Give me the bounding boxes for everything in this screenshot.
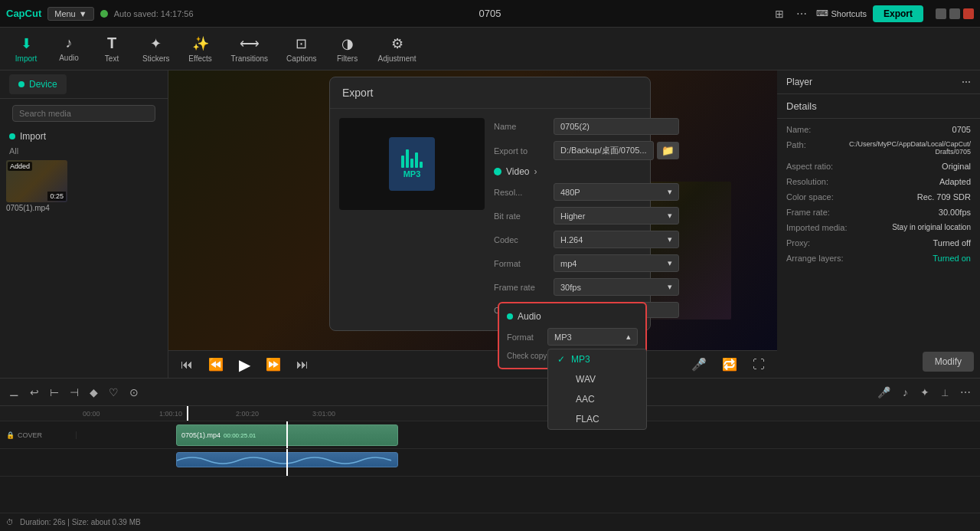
details-content: Name: 0705 Path: C:/Users/MyPC/AppData/L… — [777, 119, 980, 378]
track-content-audio[interactable] — [77, 449, 980, 476]
audio-icon: ♪ — [66, 35, 73, 51]
duration-info: Duration: 26s | Size: about 0.39 MB — [20, 518, 141, 526]
modal-preview-area: MP3 — [330, 109, 494, 330]
audio-format-select[interactable]: MP3 ▴ — [547, 328, 638, 346]
check-icon: ✓ — [557, 354, 565, 365]
framerate-select[interactable]: 30fps ▾ — [554, 278, 679, 296]
timeline-toolbar: ⚊ ↩ ⊢ ⊣ ◆ ♡ ⊙ 🎤 ♪ ✦ ⟂ ⋯ — [0, 379, 980, 406]
menu-button[interactable]: Menu ▼ — [47, 7, 93, 21]
dropdown-option-mp3[interactable]: ✓ MP3 — [548, 349, 646, 369]
import-indicator — [9, 133, 15, 139]
export-path-display: D:/Backup/桌面/0705... — [554, 141, 654, 160]
left-panel: Device Import All Added 0:25 0705(1).mp4 — [0, 70, 168, 378]
video-resolution-row: Resol... 480P ▾ — [494, 183, 679, 201]
bitrate-select[interactable]: Higher ▾ — [554, 207, 679, 225]
timeline-audio-button[interactable]: ♪ — [900, 385, 911, 400]
timeline-ruler: 00:00 1:00:10 2:00:20 3:01:00 — [0, 406, 980, 421]
track-content-video[interactable]: 0705(1).mp4 00:00:25.01 — [77, 421, 980, 448]
minimize-button[interactable] — [936, 8, 946, 19]
skip-forward-button[interactable]: ⏭ — [293, 356, 312, 373]
export-button[interactable]: Export — [873, 5, 923, 22]
close-button[interactable] — [963, 8, 974, 19]
play-button[interactable]: ▶ — [236, 354, 253, 375]
loop-button[interactable]: 🔁 — [719, 356, 740, 373]
playhead-audio-track — [286, 449, 288, 476]
timeline-magic-button[interactable]: ✦ — [917, 385, 933, 400]
all-section: All — [0, 145, 168, 157]
window-controls — [936, 8, 974, 19]
playhead — [187, 406, 188, 421]
top-bar: CapCut Menu ▼ Auto saved: 14:17:56 0705 … — [0, 0, 980, 28]
timeline-favorite[interactable]: ♡ — [106, 385, 122, 400]
modal-body: MP3 Name Export to D:/Backup/桌面/0705... … — [330, 109, 650, 330]
media-item[interactable]: Added 0:25 0705(1).mp4 — [6, 160, 67, 212]
transitions-icon: ⟷ — [240, 35, 260, 52]
detail-arrange: Arrange layers: Turned on — [786, 254, 971, 263]
audio-format-row: Format MP3 ▴ — [507, 328, 638, 346]
export-path-browse[interactable]: 📁 — [657, 142, 679, 159]
timeline-undo-button[interactable]: ↩ — [27, 385, 42, 400]
timeline-split-button[interactable]: ⚊ — [6, 385, 22, 400]
timeline-snapshot[interactable]: ⊙ — [126, 385, 142, 400]
timeline-mic-button[interactable]: 🎤 — [874, 385, 893, 400]
player-controls: ⏮ ⏪ ▶ ⏩ ⏭ 🎤 🔁 ⛶ — [168, 350, 777, 378]
tab-device[interactable]: Device — [9, 74, 67, 94]
video-settings-group: Resol... 480P ▾ Bit rate Higher ▾ Codec — [494, 183, 679, 318]
tool-text[interactable]: T Text — [92, 31, 132, 66]
audio-section-dot — [507, 313, 513, 320]
tool-filters[interactable]: ◑ Filters — [328, 32, 368, 66]
export-name-input[interactable] — [554, 118, 679, 135]
detail-aspect: Aspect ratio: Original — [786, 162, 971, 171]
dropdown-option-flac[interactable]: FLAC — [548, 409, 646, 429]
track-area: 🔒 COVER 0705(1).mp4 00:00:25.01 — [0, 421, 980, 513]
resolution-select[interactable]: 480P ▾ — [554, 183, 679, 201]
search-input[interactable] — [12, 105, 155, 122]
layout-button[interactable]: ⊞ — [772, 5, 787, 23]
mic-button[interactable]: 🎤 — [688, 356, 710, 373]
modal-settings: Name Export to D:/Backup/桌面/0705... 📁 Vi… — [494, 109, 688, 330]
timeline-section: ⚊ ↩ ⊢ ⊣ ◆ ♡ ⊙ 🎤 ♪ ✦ ⟂ ⋯ 00:00 1:00:10 2:… — [0, 378, 980, 531]
timeline-trim-right[interactable]: ⊣ — [67, 385, 82, 400]
tool-audio[interactable]: ♪ Audio — [49, 32, 89, 65]
tool-captions[interactable]: ⊡ Captions — [279, 32, 324, 66]
app-logo: CapCut — [6, 8, 41, 19]
frame-back-button[interactable]: ⏪ — [205, 356, 227, 373]
skip-back-button[interactable]: ⏮ — [178, 356, 196, 373]
dropdown-option-wav[interactable]: WAV — [548, 369, 646, 389]
timeline-keyframe[interactable]: ◆ — [87, 385, 101, 400]
tool-stickers[interactable]: ✦ Stickers — [135, 32, 178, 66]
more-button[interactable]: ⋯ — [793, 5, 810, 23]
tool-import[interactable]: ⬇ Import — [6, 32, 46, 66]
maximize-button[interactable] — [949, 8, 960, 19]
fullscreen-button[interactable]: ⛶ — [750, 356, 768, 373]
audio-section-header: Audio — [507, 311, 638, 322]
timeline-split2-button[interactable]: ⟂ — [939, 385, 951, 400]
import-row[interactable]: Import — [0, 128, 168, 145]
modal-header: Export — [330, 77, 650, 109]
timeline-more-button[interactable]: ⋯ — [957, 385, 974, 400]
settings-exportto-row: Export to D:/Backup/桌面/0705... 📁 — [494, 141, 679, 160]
modify-button[interactable]: Modify — [923, 352, 974, 372]
modal-preview: MP3 — [339, 118, 485, 210]
tool-effects[interactable]: ✨ Effects — [181, 32, 220, 66]
mp3-bars — [401, 149, 423, 168]
tool-transitions[interactable]: ⟷ Transitions — [224, 32, 276, 66]
shortcuts-button[interactable]: ⌨ Shortcuts — [816, 8, 867, 18]
media-filename: 0705(1).mp4 — [6, 204, 67, 212]
main-toolbar: ⬇ Import ♪ Audio T Text ✦ Stickers ✨ Eff… — [0, 28, 980, 70]
player-options-icon[interactable]: ⋯ — [962, 77, 971, 87]
bar-1 — [401, 156, 404, 168]
video-framerate-row: Frame rate 30fps ▾ — [494, 278, 679, 296]
codec-select[interactable]: H.264 ▾ — [554, 231, 679, 248]
right-panel: Player ⋯ Details Name: 0705 Path: C:/Use… — [777, 70, 980, 378]
tool-adjustment[interactable]: ⚙ Adjustment — [371, 32, 424, 66]
bar-2 — [406, 149, 409, 168]
dropdown-option-aac[interactable]: AAC — [548, 389, 646, 409]
frame-forward-button[interactable]: ⏩ — [263, 356, 284, 373]
detail-path: Path: C:/Users/MyPC/AppData/Local/CapCut… — [786, 140, 971, 156]
captions-icon: ⊡ — [296, 35, 307, 52]
duration-icon: ⏱ — [6, 518, 14, 526]
timeline-trim-left[interactable]: ⊢ — [47, 385, 62, 400]
video-section-header: Video › — [494, 166, 679, 177]
video-format-select[interactable]: mp4 ▾ — [554, 254, 679, 272]
